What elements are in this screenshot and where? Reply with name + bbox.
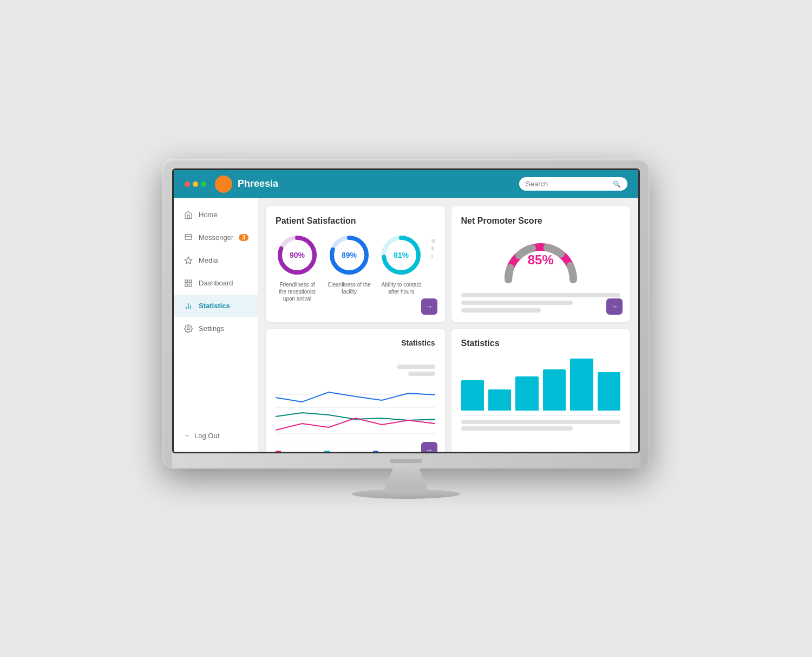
logo-text: Phreesia	[238, 178, 278, 190]
app-container: Phreesia 🔍	[174, 170, 638, 452]
bar-1	[461, 380, 484, 411]
bar-2	[488, 389, 511, 410]
legend-item-2	[324, 451, 364, 452]
stand-base	[352, 489, 460, 499]
stats-header-row: Statistics	[276, 339, 435, 376]
bar-6	[598, 372, 620, 411]
gauge-item-1: 90% Friendliness of the receptionist upo…	[276, 233, 319, 302]
line-stats-title: Statistics	[381, 339, 435, 347]
top-bar: Phreesia 🔍	[174, 170, 638, 198]
content-area: Patient Satisfaction 90	[258, 198, 638, 452]
monitor-logo-area	[390, 459, 422, 463]
sidebar: Home Messenger 3	[174, 198, 258, 452]
gauge-percent-1: 90%	[290, 251, 305, 259]
legend-item-3	[373, 451, 413, 452]
gauge-label-3: Ability to contact after hours	[379, 281, 423, 295]
bar-ph-1	[461, 420, 621, 424]
stand-neck	[384, 469, 428, 490]
sidebar-item-media[interactable]: Media	[174, 249, 258, 272]
svg-rect-0	[185, 235, 192, 239]
sidebar-label-dashboard: Dashboard	[199, 279, 233, 287]
bar-ph-2	[461, 426, 573, 431]
line-chart-area	[276, 381, 435, 446]
nps-line-1	[461, 293, 621, 297]
bar-4	[543, 369, 566, 411]
gauge-label-2: Cleanliness of the facility	[328, 281, 371, 295]
sidebar-item-settings[interactable]: Settings	[174, 317, 258, 340]
svg-rect-5	[185, 284, 188, 287]
monitor-screen: Phreesia 🔍	[172, 168, 640, 453]
nps-placeholder	[461, 293, 621, 313]
gauge-container-2: 89%	[328, 233, 371, 277]
nps-percent: 85%	[528, 252, 554, 268]
logout-arrow-icon: →	[184, 432, 190, 439]
chart-legend	[276, 451, 435, 452]
monitor-chin	[172, 453, 640, 469]
monitor-stand	[352, 469, 460, 499]
gauge-container-1: 90%	[276, 233, 319, 277]
nps-card: Net Promoter Score 85	[451, 206, 631, 322]
gauge-item-2: 89% Cleanliness of the facility	[328, 233, 371, 295]
logout-label: Log Out	[194, 432, 219, 440]
gauge-label-1: Friendliness of the receptionist upon ar…	[276, 281, 319, 302]
legend-dot-3	[373, 451, 378, 452]
home-icon	[184, 210, 193, 220]
gauge-container-3: 81%	[379, 233, 423, 277]
placeholder-line-2	[431, 246, 434, 251]
satisfaction-placeholder	[431, 233, 435, 258]
placeholder-line-3	[431, 254, 433, 258]
svg-rect-6	[189, 284, 192, 287]
nps-gauge: 85%	[461, 233, 621, 288]
settings-icon	[184, 324, 193, 334]
line-placeholder-2	[397, 365, 435, 369]
app-logo: Phreesia	[215, 175, 519, 193]
nps-line-3	[461, 308, 541, 313]
search-input[interactable]	[526, 180, 610, 188]
sidebar-item-messenger[interactable]: Messenger 3	[174, 226, 258, 249]
traffic-lights	[185, 181, 206, 187]
search-icon: 🔍	[613, 180, 621, 188]
bar-5	[570, 359, 593, 411]
nps-line-2	[461, 301, 573, 305]
search-bar[interactable]: 🔍	[519, 177, 627, 191]
bar-chart-area	[461, 356, 621, 415]
message-icon	[184, 233, 193, 243]
legend-dot-1	[276, 451, 281, 452]
gauge-percent-2: 89%	[342, 251, 357, 259]
svg-marker-2	[185, 257, 192, 264]
sidebar-item-dashboard[interactable]: Dashboard	[174, 272, 258, 295]
main-content: Home Messenger 3	[174, 198, 638, 452]
gauges-row: 90% Friendliness of the receptionist upo…	[276, 233, 435, 302]
bar-stats-title: Statistics	[461, 339, 621, 348]
traffic-light-yellow	[193, 181, 198, 187]
line-statistics-card: Statistics	[266, 329, 445, 452]
patient-satisfaction-card: Patient Satisfaction 90	[266, 206, 445, 322]
sidebar-item-statistics[interactable]: Statistics	[174, 295, 258, 317]
line-placeholder-3	[408, 372, 435, 376]
logo-circle	[215, 175, 232, 193]
gauge-item-3: 81% Ability to contact after hours	[379, 233, 423, 295]
monitor-bezel: Phreesia 🔍	[162, 159, 650, 469]
patient-satisfaction-title: Patient Satisfaction	[276, 216, 435, 226]
svg-point-10	[187, 328, 189, 330]
traffic-light-red	[185, 181, 190, 187]
bar-placeholder	[461, 420, 621, 431]
satisfaction-arrow-btn[interactable]: →	[421, 298, 437, 315]
sidebar-label-media: Media	[199, 256, 218, 264]
gauge-percent-3: 81%	[394, 251, 409, 259]
logout-item[interactable]: → Log Out	[174, 425, 258, 446]
svg-rect-3	[185, 280, 188, 283]
bar-statistics-card: Statistics	[451, 329, 631, 452]
bar-chart-icon	[184, 301, 193, 311]
bar-3	[515, 376, 538, 411]
nps-title: Net Promoter Score	[461, 216, 621, 226]
line-stats-arrow-btn[interactable]: →	[421, 442, 437, 452]
monitor-wrapper: Phreesia 🔍	[162, 159, 650, 499]
legend-item-1	[276, 451, 316, 452]
sidebar-item-home[interactable]: Home	[174, 204, 258, 226]
traffic-light-green	[201, 181, 206, 187]
messenger-badge: 3	[239, 234, 248, 241]
nps-arrow-btn[interactable]: →	[606, 298, 623, 315]
star-icon	[184, 256, 193, 265]
grid-icon	[184, 278, 193, 288]
